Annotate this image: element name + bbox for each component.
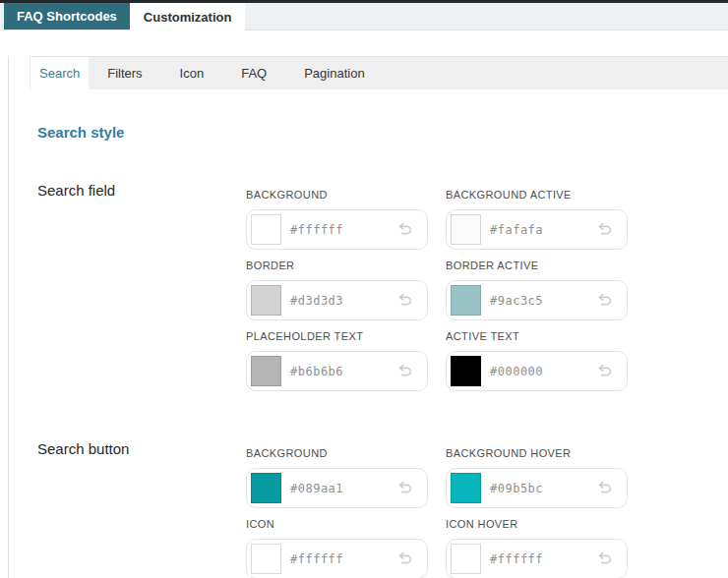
color-field-button-background: BACKGROUND #089aa1 — [246, 447, 428, 508]
color-picker-button-icon-hover[interactable]: #ffffff — [446, 539, 628, 578]
field-label: PLACEHOLDER TEXT — [246, 330, 428, 343]
color-swatch[interactable] — [251, 544, 281, 574]
subtab-search[interactable]: Search — [30, 57, 89, 89]
reset-icon[interactable] — [594, 479, 614, 498]
color-picker-placeholder-text[interactable]: #b6b6b6 — [246, 351, 428, 391]
color-field-background-active: BACKGROUND ACTIVE #fafafa — [446, 189, 628, 250]
color-swatch[interactable] — [451, 473, 481, 503]
reset-icon[interactable] — [394, 479, 414, 498]
search-field-options: BACKGROUND #ffffff BACKGROUND ACTIVE #fa… — [246, 182, 628, 391]
color-swatch[interactable] — [451, 356, 481, 386]
color-picker-border-active[interactable]: #9ac3c5 — [446, 280, 628, 320]
hex-value: #b6b6b6 — [290, 365, 343, 378]
reset-icon[interactable] — [394, 549, 414, 569]
field-label: BACKGROUND HOVER — [446, 447, 628, 460]
color-swatch[interactable] — [251, 214, 281, 245]
field-label: BORDER — [246, 260, 428, 272]
reset-icon[interactable] — [394, 362, 414, 381]
group-search-field: Search field BACKGROUND #ffffff BACKGROU… — [37, 182, 728, 391]
field-label: ICON HOVER — [446, 518, 628, 531]
field-label: BACKGROUND — [246, 189, 428, 202]
color-field-background: BACKGROUND #ffffff — [246, 189, 428, 250]
color-field-button-icon: ICON #ffffff — [246, 518, 428, 578]
color-field-border: BORDER #d3d3d3 — [246, 260, 428, 320]
search-button-options: BACKGROUND #089aa1 BACKGROUND HOVER #09b… — [246, 440, 628, 578]
reset-icon[interactable] — [594, 291, 614, 311]
hex-value: #9ac3c5 — [490, 294, 543, 308]
color-swatch[interactable] — [451, 285, 481, 316]
subtab-icon[interactable]: Icon — [161, 57, 223, 89]
tab-faq-shortcodes[interactable]: FAQ Shortcodes — [4, 3, 130, 29]
field-label: BACKGROUND ACTIVE — [446, 189, 628, 202]
field-label: BORDER ACTIVE — [446, 260, 628, 272]
primary-tabbar: FAQ Shortcodes Customization — [0, 3, 728, 30]
reset-icon[interactable] — [594, 220, 614, 240]
tab-customization[interactable]: Customization — [130, 3, 246, 30]
hex-value: #d3d3d3 — [290, 294, 343, 308]
hex-value: #09b5bc — [490, 482, 543, 495]
reset-icon[interactable] — [594, 362, 614, 381]
color-picker-button-background-hover[interactable]: #09b5bc — [446, 468, 628, 508]
field-label: ACTIVE TEXT — [446, 330, 628, 343]
field-label: BACKGROUND — [246, 447, 428, 460]
hex-value: #089aa1 — [290, 482, 343, 495]
color-picker-background-active[interactable]: #fafafa — [446, 209, 628, 250]
color-field-button-icon-hover: ICON HOVER #ffffff — [446, 518, 628, 578]
color-picker-active-text[interactable]: #000000 — [446, 351, 628, 391]
group-search-button: Search button BACKGROUND #089aa1 BACKGRO… — [37, 440, 728, 578]
color-picker-button-background[interactable]: #089aa1 — [246, 468, 428, 508]
section-title: Search style — [37, 124, 728, 141]
hex-value: #ffffff — [290, 223, 343, 237]
color-field-active-text: ACTIVE TEXT #000000 — [446, 330, 628, 391]
color-swatch[interactable] — [451, 214, 481, 245]
color-field-button-background-hover: BACKGROUND HOVER #09b5bc — [446, 447, 628, 508]
hex-value: #ffffff — [290, 552, 343, 566]
reset-icon[interactable] — [394, 220, 414, 240]
color-picker-background[interactable]: #ffffff — [246, 209, 428, 250]
hex-value: #ffffff — [490, 552, 543, 566]
field-label: ICON — [246, 518, 428, 531]
color-picker-border[interactable]: #d3d3d3 — [246, 280, 428, 320]
color-swatch[interactable] — [251, 356, 281, 386]
reset-icon[interactable] — [594, 549, 614, 569]
group-title-search-field: Search field — [37, 182, 246, 391]
hex-value: #000000 — [490, 365, 543, 378]
group-title-search-button: Search button — [37, 440, 246, 578]
subtabs: Search Filters Icon FAQ Pagination — [30, 56, 728, 89]
hex-value: #fafafa — [490, 223, 543, 237]
subtab-faq[interactable]: FAQ — [222, 57, 285, 89]
color-swatch[interactable] — [451, 544, 481, 574]
reset-icon[interactable] — [394, 291, 414, 311]
subtab-pagination[interactable]: Pagination — [285, 57, 383, 89]
customization-panel: Search Filters Icon FAQ Pagination Searc… — [8, 56, 728, 578]
color-field-placeholder-text: PLACEHOLDER TEXT #b6b6b6 — [246, 330, 428, 391]
subtab-filters[interactable]: Filters — [89, 57, 160, 89]
color-swatch[interactable] — [251, 473, 281, 503]
color-picker-button-icon[interactable]: #ffffff — [246, 539, 428, 578]
color-field-border-active: BORDER ACTIVE #9ac3c5 — [446, 260, 628, 320]
color-swatch[interactable] — [251, 285, 281, 316]
